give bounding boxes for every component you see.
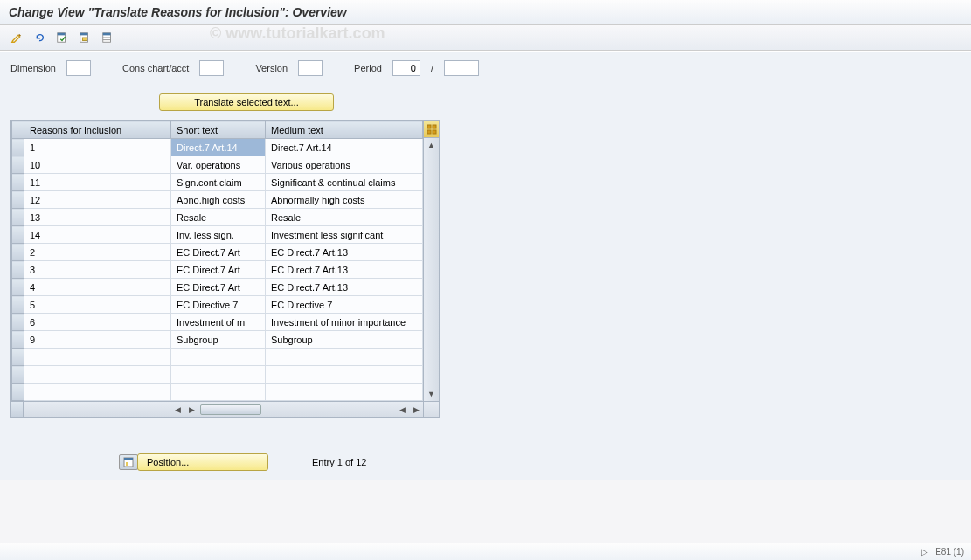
cell-short[interactable]: EC Direct.7 Art <box>171 261 266 279</box>
cell-medium[interactable]: Resale <box>266 209 423 226</box>
cell-reason[interactable]: 11 <box>24 174 171 191</box>
select-all-icon[interactable] <box>52 29 72 46</box>
table-row[interactable]: 13ResaleResale <box>12 209 423 226</box>
cell-reason[interactable]: 5 <box>24 296 171 314</box>
cell-medium[interactable] <box>266 384 423 401</box>
table-row[interactable]: 5EC Directive 7EC Directive 7 <box>12 296 423 314</box>
version-input[interactable] <box>298 60 323 76</box>
cell-reason[interactable]: 12 <box>24 191 171 209</box>
cell-medium[interactable]: Subgroup <box>266 331 423 349</box>
cell-reason[interactable]: 6 <box>24 314 171 331</box>
cell-medium[interactable]: Investment of minor importance <box>266 314 423 331</box>
row-selector[interactable] <box>12 156 24 174</box>
cell-short[interactable]: Investment of m <box>171 314 266 331</box>
table-row[interactable]: 9SubgroupSubgroup <box>12 331 423 349</box>
position-button[interactable]: Position... <box>137 453 268 471</box>
cell-medium[interactable] <box>266 366 423 384</box>
cell-medium[interactable]: Abnormally high costs <box>266 191 423 209</box>
cell-short[interactable]: EC Directive 7 <box>171 296 266 314</box>
year-input[interactable] <box>444 60 479 76</box>
cell-medium[interactable]: Direct.7 Art.14 <box>266 139 423 156</box>
cell-short[interactable]: Direct.7 Art.14 <box>171 139 266 156</box>
row-selector[interactable] <box>12 139 24 156</box>
cell-short[interactable]: Resale <box>171 209 266 226</box>
table-config-icon[interactable] <box>424 121 439 138</box>
table-row[interactable]: 14Inv. less sign.Investment less signifi… <box>12 226 423 244</box>
toggle-display-change-icon[interactable] <box>7 29 26 46</box>
row-selector[interactable] <box>12 349 24 366</box>
cell-medium[interactable]: Significant & continual claims <box>266 174 423 191</box>
cell-short[interactable]: EC Direct.7 Art <box>171 279 266 296</box>
cell-reason[interactable] <box>24 384 171 401</box>
cell-short[interactable]: Abno.high costs <box>171 191 266 209</box>
cell-short[interactable]: Var. operations <box>171 156 266 174</box>
row-selector[interactable] <box>12 174 24 191</box>
table-row[interactable]: 3EC Direct.7 ArtEC Direct.7 Art.13 <box>12 261 423 279</box>
row-selector[interactable] <box>12 209 24 226</box>
translate-button[interactable]: Translate selected text... <box>159 93 334 111</box>
cell-reason[interactable]: 4 <box>24 279 171 296</box>
row-selector[interactable] <box>12 191 24 209</box>
column-short-header[interactable]: Short text <box>171 121 266 139</box>
hscroll-right2-icon[interactable]: ▶ <box>409 405 423 414</box>
cell-short[interactable] <box>171 384 266 401</box>
table-row[interactable]: 4EC Direct.7 ArtEC Direct.7 Art.13 <box>12 279 423 296</box>
cell-short[interactable] <box>171 366 266 384</box>
hscroll-thumb[interactable] <box>200 404 261 415</box>
row-selector[interactable] <box>12 366 24 384</box>
hscroll-right-icon[interactable]: ▶ <box>184 405 198 414</box>
cell-reason[interactable]: 9 <box>24 331 171 349</box>
cell-reason[interactable] <box>24 349 171 366</box>
cell-medium[interactable]: Investment less significant <box>266 226 423 244</box>
vertical-scrollbar[interactable]: ▲ ▼ <box>423 121 439 401</box>
table-row[interactable] <box>12 384 423 401</box>
table-row[interactable]: 12Abno.high costsAbnormally high costs <box>12 191 423 209</box>
table-row[interactable] <box>12 349 423 366</box>
cell-medium[interactable]: EC Direct.7 Art.13 <box>266 244 423 261</box>
cell-reason[interactable]: 10 <box>24 156 171 174</box>
row-selector[interactable] <box>12 384 24 401</box>
cell-reason[interactable]: 2 <box>24 244 171 261</box>
cell-reason[interactable] <box>24 366 171 384</box>
cell-reason[interactable]: 13 <box>24 209 171 226</box>
row-selector[interactable] <box>12 314 24 331</box>
row-selector[interactable] <box>12 331 24 349</box>
column-medium-header[interactable]: Medium text <box>266 121 423 139</box>
cell-short[interactable]: EC Direct.7 Art <box>171 244 266 261</box>
column-reason-header[interactable]: Reasons for inclusion <box>24 121 171 139</box>
position-icon[interactable] <box>119 454 138 470</box>
dimension-input[interactable] <box>66 60 91 76</box>
cell-medium[interactable]: Various operations <box>266 156 423 174</box>
hscroll-left2-icon[interactable]: ◀ <box>395 405 409 414</box>
table-settings-icon[interactable] <box>98 29 117 46</box>
scroll-track[interactable] <box>424 152 439 387</box>
cell-medium[interactable]: EC Direct.7 Art.13 <box>266 261 423 279</box>
cell-short[interactable]: Inv. less sign. <box>171 226 266 244</box>
table-row[interactable] <box>12 366 423 384</box>
period-input[interactable] <box>392 60 420 76</box>
deselect-all-icon[interactable] <box>75 29 94 46</box>
cell-medium[interactable]: EC Directive 7 <box>266 296 423 314</box>
table-row[interactable]: 6Investment of mInvestment of minor impo… <box>12 314 423 331</box>
column-selector-header[interactable] <box>12 121 24 139</box>
cell-reason[interactable]: 14 <box>24 226 171 244</box>
cell-short[interactable]: Subgroup <box>171 331 266 349</box>
cell-reason[interactable]: 3 <box>24 261 171 279</box>
cell-short[interactable]: Sign.cont.claim <box>171 174 266 191</box>
hscroll-left-icon[interactable]: ◀ <box>170 405 184 414</box>
conschart-input[interactable] <box>199 60 224 76</box>
table-row[interactable]: 11Sign.cont.claimSignificant & continual… <box>12 174 423 191</box>
cell-short[interactable] <box>171 349 266 366</box>
horizontal-scrollbar[interactable]: ◀ ▶ ◀ ▶ <box>11 401 439 417</box>
scroll-down-icon[interactable]: ▼ <box>424 387 439 401</box>
row-selector[interactable] <box>12 244 24 261</box>
cell-reason[interactable]: 1 <box>24 139 171 156</box>
row-selector[interactable] <box>12 226 24 244</box>
cell-medium[interactable]: EC Direct.7 Art.13 <box>266 279 423 296</box>
undo-icon[interactable] <box>30 29 49 46</box>
row-selector[interactable] <box>12 261 24 279</box>
cell-medium[interactable] <box>266 349 423 366</box>
scroll-up-icon[interactable]: ▲ <box>424 138 439 152</box>
table-row[interactable]: 1Direct.7 Art.14Direct.7 Art.14 <box>12 139 423 156</box>
table-row[interactable]: 2EC Direct.7 ArtEC Direct.7 Art.13 <box>12 244 423 261</box>
